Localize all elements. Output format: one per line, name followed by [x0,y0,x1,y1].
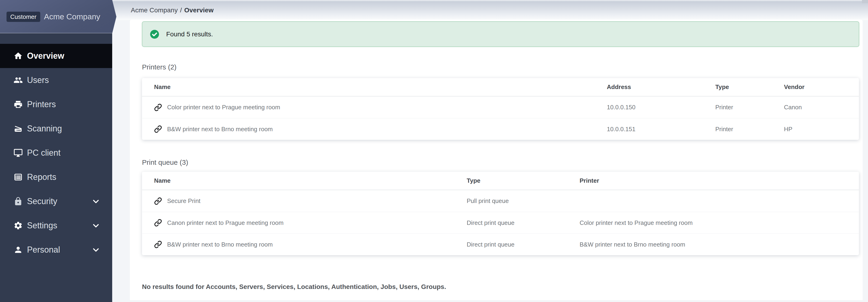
sidebar-item-label: Users [27,75,49,85]
customer-header: Customer Acme Company [0,0,116,33]
header-band [112,0,868,20]
sidebar-item-reports[interactable]: Reports [0,165,112,189]
content-panel: Found 5 results. Printers (2) Name Addre… [130,20,863,300]
cell-vendor: Canon [784,104,859,111]
printer-icon [13,99,23,110]
sidebar: Customer Acme Company Overview Users [0,0,112,302]
column-header-name: Name [142,83,607,91]
cell-vendor: HP [784,126,859,133]
link-icon [154,219,162,227]
monitor-icon [13,148,23,158]
sidebar-item-label: Security [27,196,57,206]
lock-icon [13,196,23,207]
scrollbar-thumb[interactable] [862,0,868,3]
person-icon [13,245,23,255]
sidebar-item-printers[interactable]: Printers [0,92,112,116]
table-row[interactable]: Color printer next to Prague meeting roo… [142,97,859,118]
column-header-printer: Printer [580,177,859,184]
link-icon [154,104,162,111]
success-alert: Found 5 results. [142,21,859,47]
table-row[interactable]: B&W printer next to Brno meeting room 10… [142,118,859,140]
row-name-link[interactable]: Canon printer next to Prague meeting roo… [142,219,467,227]
table-row[interactable]: B&W printer next to Brno meeting room Di… [142,234,859,255]
sidebar-item-label: PC client [27,148,61,158]
column-header-type: Type [715,83,784,91]
table-row[interactable]: Secure Print Pull print queue [142,190,859,212]
breadcrumb: Acme Company/Overview [131,6,214,14]
home-icon [13,51,23,61]
table-header-row: Name Address Type Vendor [142,78,859,97]
column-header-address: Address [607,83,715,91]
link-icon [154,241,162,248]
breadcrumb-separator: / [180,6,182,14]
header-divider [0,33,112,33]
reports-icon [13,172,23,182]
printers-table: Name Address Type Vendor Color printer n… [142,78,859,140]
sidebar-item-label: Overview [27,51,64,61]
chevron-down-icon [91,245,100,254]
sidebar-item-label: Reports [27,172,56,182]
breadcrumb-current: Overview [184,6,214,14]
column-header-vendor: Vendor [784,83,859,91]
row-name-link[interactable]: B&W printer next to Brno meeting room [142,125,607,133]
sidebar-nav: Overview Users Printers Scanning [0,44,112,262]
scanner-icon [13,123,23,134]
sidebar-item-label: Scanning [27,124,62,134]
cell-type: Direct print queue [467,219,580,226]
column-header-name: Name [142,177,467,184]
section-title-print-queue: Print queue (3) [142,159,863,166]
sidebar-item-label: Settings [27,221,57,230]
no-results-note: No results found for Accounts, Servers, … [142,283,863,291]
alert-message: Found 5 results. [166,30,213,38]
sidebar-item-scanning[interactable]: Scanning [0,116,112,141]
sidebar-item-personal[interactable]: Personal [0,238,112,262]
chevron-down-icon [91,221,100,230]
chevron-down-icon [91,197,100,206]
row-name-link[interactable]: Secure Print [142,197,467,205]
column-header-type: Type [467,177,580,184]
sidebar-item-security[interactable]: Security [0,189,112,214]
cell-type: Printer [715,126,784,133]
section-title-printers: Printers (2) [142,64,863,71]
cell-address: 10.0.0.150 [607,104,715,111]
table-header-row: Name Type Printer [142,172,859,190]
sidebar-item-pc-client[interactable]: PC client [0,141,112,165]
sidebar-item-label: Personal [27,245,60,255]
link-icon [154,197,162,205]
row-name-link[interactable]: Color printer next to Prague meeting roo… [142,104,607,111]
users-icon [13,75,23,85]
cell-printer: B&W printer next to Brno meeting room [580,241,859,248]
cell-address: 10.0.0.151 [607,126,715,133]
cell-type: Pull print queue [467,197,580,204]
print-queue-table: Name Type Printer Secure Print Pull prin… [142,172,859,255]
company-name: Acme Company [44,12,100,21]
cell-type: Printer [715,104,784,111]
sidebar-item-settings[interactable]: Settings [0,214,112,238]
row-name-link[interactable]: B&W printer next to Brno meeting room [142,241,467,248]
sidebar-item-label: Printers [27,100,56,109]
app-window: Acme Company/Overview Customer Acme Comp… [0,0,868,302]
gear-icon [13,220,23,231]
cell-printer: Color printer next to Prague meeting roo… [580,219,859,226]
link-icon [154,125,162,133]
cell-type: Direct print queue [467,241,580,248]
sidebar-item-overview[interactable]: Overview [0,44,112,68]
customer-badge: Customer [6,12,40,22]
sidebar-item-users[interactable]: Users [0,68,112,92]
check-circle-icon [149,29,160,39]
breadcrumb-parent-link[interactable]: Acme Company [131,6,178,14]
table-row[interactable]: Canon printer next to Prague meeting roo… [142,212,859,234]
